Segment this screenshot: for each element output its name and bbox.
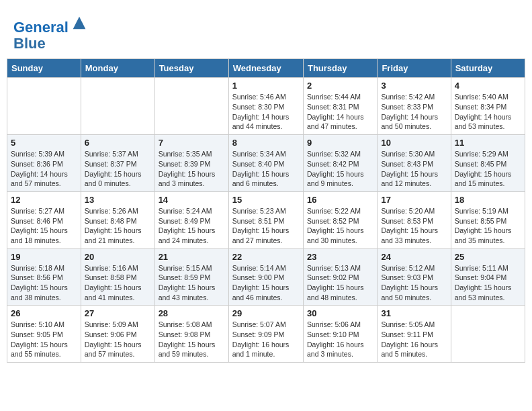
day-cell-22: 22Sunrise: 5:14 AM Sunset: 9:00 PM Dayli… (228, 248, 303, 306)
logo-blue: Blue (13, 35, 46, 52)
day-info: Sunrise: 5:39 AM Sunset: 8:36 PM Dayligh… (11, 149, 77, 189)
day-number: 5 (11, 138, 77, 148)
day-cell-29: 29Sunrise: 5:07 AM Sunset: 9:09 PM Dayli… (228, 306, 303, 363)
day-number: 3 (381, 81, 447, 91)
calendar-table: SundayMondayTuesdayWednesdayThursdayFrid… (7, 58, 525, 363)
day-cell-15: 15Sunrise: 5:23 AM Sunset: 8:51 PM Dayli… (228, 191, 303, 248)
day-info: Sunrise: 5:11 AM Sunset: 9:04 PM Dayligh… (455, 263, 521, 303)
day-number: 21 (159, 252, 225, 262)
day-cell-30: 30Sunrise: 5:06 AM Sunset: 9:10 PM Dayli… (303, 306, 377, 363)
day-info: Sunrise: 5:35 AM Sunset: 8:39 PM Dayligh… (159, 149, 225, 189)
day-cell-11: 11Sunrise: 5:29 AM Sunset: 8:45 PM Dayli… (451, 135, 525, 192)
day-number: 25 (455, 252, 521, 262)
day-info: Sunrise: 5:32 AM Sunset: 8:42 PM Dayligh… (307, 149, 373, 189)
day-cell-8: 8Sunrise: 5:34 AM Sunset: 8:40 PM Daylig… (228, 135, 303, 192)
day-number: 30 (307, 308, 373, 318)
day-cell-3: 3Sunrise: 5:42 AM Sunset: 8:33 PM Daylig… (378, 78, 451, 135)
day-info: Sunrise: 5:15 AM Sunset: 8:59 PM Dayligh… (159, 263, 225, 303)
day-number: 11 (455, 138, 521, 148)
day-cell-9: 9Sunrise: 5:32 AM Sunset: 8:42 PM Daylig… (303, 135, 377, 192)
calendar-header-row: SundayMondayTuesdayWednesdayThursdayFrid… (7, 59, 525, 78)
day-cell-20: 20Sunrise: 5:16 AM Sunset: 8:58 PM Dayli… (81, 248, 154, 306)
day-number: 9 (307, 138, 373, 148)
day-cell-12: 12Sunrise: 5:27 AM Sunset: 8:46 PM Dayli… (7, 191, 81, 248)
day-number: 1 (232, 81, 300, 91)
day-info: Sunrise: 5:06 AM Sunset: 9:10 PM Dayligh… (307, 320, 373, 359)
day-number: 23 (307, 252, 373, 262)
day-info: Sunrise: 5:24 AM Sunset: 8:49 PM Dayligh… (159, 206, 225, 246)
column-header-tuesday: Tuesday (154, 59, 228, 78)
day-number: 13 (85, 195, 151, 205)
day-cell-24: 24Sunrise: 5:12 AM Sunset: 9:03 PM Dayli… (378, 248, 451, 306)
day-number: 17 (381, 195, 447, 205)
empty-cell (81, 78, 154, 135)
day-number: 29 (232, 308, 300, 318)
day-info: Sunrise: 5:16 AM Sunset: 8:58 PM Dayligh… (85, 263, 151, 303)
day-info: Sunrise: 5:20 AM Sunset: 8:53 PM Dayligh… (381, 206, 447, 246)
calendar-week-1: 1Sunrise: 5:46 AM Sunset: 8:30 PM Daylig… (7, 78, 525, 135)
day-info: Sunrise: 5:07 AM Sunset: 9:09 PM Dayligh… (232, 320, 300, 359)
day-number: 14 (159, 195, 225, 205)
day-cell-21: 21Sunrise: 5:15 AM Sunset: 8:59 PM Dayli… (154, 248, 228, 306)
day-number: 20 (85, 252, 151, 262)
day-number: 31 (381, 308, 447, 318)
logo: General Blue (13, 13, 89, 52)
day-number: 15 (232, 195, 300, 205)
logo-general: General (13, 19, 69, 36)
day-number: 12 (11, 195, 77, 205)
day-number: 7 (159, 138, 225, 148)
day-info: Sunrise: 5:05 AM Sunset: 9:11 PM Dayligh… (381, 320, 447, 359)
day-cell-4: 4Sunrise: 5:40 AM Sunset: 8:34 PM Daylig… (451, 78, 525, 135)
calendar-week-3: 12Sunrise: 5:27 AM Sunset: 8:46 PM Dayli… (7, 191, 525, 248)
day-cell-26: 26Sunrise: 5:10 AM Sunset: 9:05 PM Dayli… (7, 306, 81, 363)
day-cell-13: 13Sunrise: 5:26 AM Sunset: 8:48 PM Dayli… (81, 191, 154, 248)
day-info: Sunrise: 5:13 AM Sunset: 9:02 PM Dayligh… (307, 263, 373, 303)
column-header-sunday: Sunday (7, 59, 81, 78)
day-cell-25: 25Sunrise: 5:11 AM Sunset: 9:04 PM Dayli… (451, 248, 525, 306)
day-cell-6: 6Sunrise: 5:37 AM Sunset: 8:37 PM Daylig… (81, 135, 154, 192)
day-info: Sunrise: 5:12 AM Sunset: 9:03 PM Dayligh… (381, 263, 447, 303)
day-info: Sunrise: 5:22 AM Sunset: 8:52 PM Dayligh… (307, 206, 373, 246)
empty-cell (451, 306, 525, 363)
svg-marker-0 (73, 17, 86, 30)
day-number: 10 (381, 138, 447, 148)
day-cell-17: 17Sunrise: 5:20 AM Sunset: 8:53 PM Dayli… (378, 191, 451, 248)
day-cell-31: 31Sunrise: 5:05 AM Sunset: 9:11 PM Dayli… (378, 306, 451, 363)
day-info: Sunrise: 5:29 AM Sunset: 8:45 PM Dayligh… (455, 149, 521, 189)
day-info: Sunrise: 5:30 AM Sunset: 8:43 PM Dayligh… (381, 149, 447, 189)
day-info: Sunrise: 5:18 AM Sunset: 8:56 PM Dayligh… (11, 263, 77, 303)
day-cell-1: 1Sunrise: 5:46 AM Sunset: 8:30 PM Daylig… (228, 78, 303, 135)
column-header-friday: Friday (378, 59, 451, 78)
column-header-saturday: Saturday (451, 59, 525, 78)
day-number: 18 (455, 195, 521, 205)
logo-icon (70, 13, 89, 32)
day-info: Sunrise: 5:46 AM Sunset: 8:30 PM Dayligh… (232, 92, 300, 132)
column-header-thursday: Thursday (303, 59, 377, 78)
page-header: General Blue (7, 7, 525, 55)
calendar-week-5: 26Sunrise: 5:10 AM Sunset: 9:05 PM Dayli… (7, 306, 525, 363)
empty-cell (154, 78, 228, 135)
day-info: Sunrise: 5:34 AM Sunset: 8:40 PM Dayligh… (232, 149, 300, 189)
column-header-monday: Monday (81, 59, 154, 78)
day-info: Sunrise: 5:10 AM Sunset: 9:05 PM Dayligh… (11, 320, 77, 359)
day-number: 16 (307, 195, 373, 205)
calendar-week-4: 19Sunrise: 5:18 AM Sunset: 8:56 PM Dayli… (7, 248, 525, 306)
day-cell-7: 7Sunrise: 5:35 AM Sunset: 8:39 PM Daylig… (154, 135, 228, 192)
day-number: 28 (159, 308, 225, 318)
day-cell-16: 16Sunrise: 5:22 AM Sunset: 8:52 PM Dayli… (303, 191, 377, 248)
day-number: 24 (381, 252, 447, 262)
day-info: Sunrise: 5:23 AM Sunset: 8:51 PM Dayligh… (232, 206, 300, 246)
day-number: 19 (11, 252, 77, 262)
day-info: Sunrise: 5:14 AM Sunset: 9:00 PM Dayligh… (232, 263, 300, 303)
day-info: Sunrise: 5:40 AM Sunset: 8:34 PM Dayligh… (455, 92, 521, 132)
day-cell-23: 23Sunrise: 5:13 AM Sunset: 9:02 PM Dayli… (303, 248, 377, 306)
day-cell-18: 18Sunrise: 5:19 AM Sunset: 8:55 PM Dayli… (451, 191, 525, 248)
day-cell-19: 19Sunrise: 5:18 AM Sunset: 8:56 PM Dayli… (7, 248, 81, 306)
day-info: Sunrise: 5:44 AM Sunset: 8:31 PM Dayligh… (307, 92, 373, 132)
day-cell-5: 5Sunrise: 5:39 AM Sunset: 8:36 PM Daylig… (7, 135, 81, 192)
day-info: Sunrise: 5:42 AM Sunset: 8:33 PM Dayligh… (381, 92, 447, 132)
day-cell-28: 28Sunrise: 5:08 AM Sunset: 9:08 PM Dayli… (154, 306, 228, 363)
column-header-wednesday: Wednesday (228, 59, 303, 78)
day-number: 8 (232, 138, 300, 148)
day-info: Sunrise: 5:08 AM Sunset: 9:08 PM Dayligh… (159, 320, 225, 359)
